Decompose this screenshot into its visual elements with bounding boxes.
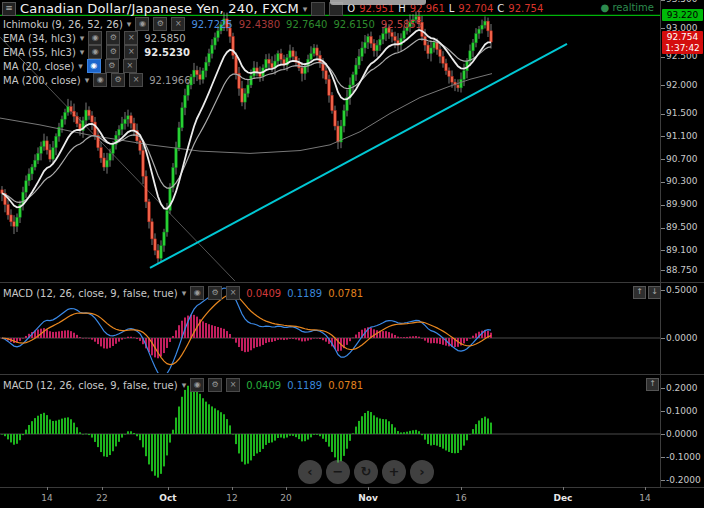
axis-tick [661, 457, 665, 458]
axis-tick [661, 411, 665, 412]
macd-label[interactable]: MACD (12, 26, close, 9, false, true) [3, 380, 178, 391]
indicator-legend: Ichimoku (9, 26, 52, 26)▾◉⚙×92.722592.43… [3, 17, 422, 87]
axis-tick [661, 388, 665, 389]
chevron-down-icon: ▾ [78, 61, 83, 71]
close-icon[interactable]: × [123, 59, 137, 73]
price-axis-label: 91.500 [666, 108, 698, 118]
zoom-in-button[interactable]: + [382, 460, 406, 484]
compare-icon[interactable] [311, 2, 325, 16]
axis-tick [661, 270, 665, 271]
macd-value: 0.1189 [287, 380, 322, 391]
time-axis-label: 14 [639, 493, 650, 503]
indicator-row-5[interactable]: MA (200, close)▾◉⚙×92.1966 [3, 73, 422, 87]
indicator-row-2[interactable]: EMA (34, hlc3)▾◉⚙×92.5850 [3, 31, 422, 45]
indicator-value: 92.7640 [286, 19, 327, 30]
chart-header: ≡ Canadian Dollar/Japanese Yen, 240, FXC… [2, 1, 543, 16]
gear-icon[interactable]: ⚙ [106, 45, 120, 59]
axis-tick [661, 290, 665, 291]
axis-tick [661, 0, 665, 1]
indicator-row-4[interactable]: MA (20, close)▾◉⚙× [3, 59, 422, 73]
axis-tick [661, 480, 665, 481]
move-pane-down-button[interactable]: ↓ [648, 286, 661, 299]
eye-icon[interactable]: ◉ [190, 378, 204, 392]
price-axis-label: 92.000 [666, 80, 698, 90]
axis-tick [661, 85, 665, 86]
indicator-label[interactable]: MA (200, close) [3, 75, 81, 86]
low-value: 92.704 [458, 3, 493, 14]
close-icon[interactable]: × [226, 286, 240, 300]
scroll-right-button[interactable]: › [410, 460, 434, 484]
macd2-header: MACD (12, 26, close, 9, false, true)▾◉⚙×… [3, 378, 363, 392]
indicator-label[interactable]: Ichimoku (9, 26, 52, 26) [3, 19, 123, 30]
axis-tick [661, 159, 665, 160]
price-axis-label: 91.100 [666, 131, 698, 141]
realtime-label: realtime [612, 2, 654, 13]
eye-icon[interactable]: ◉ [87, 59, 101, 73]
macd-label[interactable]: MACD (12, 26, close, 9, false, true) [3, 288, 178, 299]
chevron-down-icon: ▾ [127, 19, 132, 29]
reset-view-button[interactable]: ↻ [354, 460, 378, 484]
scroll-left-button[interactable]: ‹ [298, 460, 322, 484]
eye-icon[interactable]: ◉ [190, 286, 204, 300]
chevron-down-icon: ▾ [80, 33, 85, 43]
indicator-value: 92.7225 [191, 19, 232, 30]
macd-value: 0.0409 [246, 288, 281, 299]
close-icon[interactable]: × [124, 45, 138, 59]
time-axis-label: 20 [280, 493, 291, 503]
time-tick [168, 487, 169, 490]
time-tick [47, 487, 48, 490]
gear-icon[interactable]: ⚙ [153, 17, 167, 31]
gear-icon[interactable]: ⚙ [208, 378, 222, 392]
close-icon[interactable]: × [171, 17, 185, 31]
price-axis-label: 90.300 [666, 176, 698, 186]
move-pane-up-button[interactable]: ↑ [646, 378, 659, 391]
gear-icon[interactable]: ⚙ [106, 31, 120, 45]
price-axis-label: 89.500 [666, 222, 698, 232]
indicator-row-1[interactable]: Ichimoku (9, 26, 52, 26)▾◉⚙×92.722592.43… [3, 17, 422, 31]
eye-icon[interactable]: ◉ [135, 17, 149, 31]
eye-icon[interactable]: ◉ [93, 73, 107, 87]
indicator-label[interactable]: EMA (34, hlc3) [3, 33, 76, 44]
chevron-down-icon: ▾ [182, 288, 187, 298]
indicator-label[interactable]: EMA (55, hlc3) [3, 47, 76, 58]
tooltip-fragment [330, 0, 426, 5]
axis-tick [661, 434, 665, 435]
close-value: 92.754 [508, 3, 543, 14]
eye-icon[interactable]: ◉ [88, 31, 102, 45]
indicator-value: 92.6150 [333, 19, 374, 30]
time-axis-label: 22 [96, 493, 107, 503]
macd-axis-label: -0.1000 [666, 452, 701, 462]
price-axis[interactable]: 93.220 92.754 1:37:42 93.50093.00092.500… [661, 0, 704, 487]
chevron-down-icon: ▾ [85, 75, 90, 85]
macd-axis-label: 0.1000 [666, 406, 698, 416]
time-axis-label: 12 [226, 493, 237, 503]
time-axis[interactable]: 1422Oct1220Nov16Dec14 [0, 488, 704, 508]
close-icon[interactable]: × [124, 31, 138, 45]
gear-icon[interactable]: ⚙ [105, 59, 119, 73]
macd-value: 0.0409 [246, 380, 281, 391]
time-axis-label: Dec [554, 493, 573, 503]
realtime-status: ● realtime [601, 2, 654, 13]
gear-icon[interactable]: ⚙ [208, 286, 222, 300]
price-level-badge: 93.220 [662, 9, 703, 21]
close-label: C [497, 3, 504, 14]
symbol-title[interactable]: Canadian Dollar/Japanese Yen, 240, FXCM [20, 1, 299, 16]
indicator-value: 92.4380 [239, 19, 280, 30]
macd-axis-label: 0.2000 [666, 383, 698, 393]
pane-separator-1[interactable] [0, 282, 704, 283]
menu-icon[interactable]: ≡ [2, 2, 16, 16]
indicator-row-3[interactable]: EMA (55, hlc3)▾◉⚙×92.5230 [3, 45, 422, 59]
pane-separator-2[interactable] [0, 374, 704, 375]
move-pane-up-button[interactable]: ↑ [633, 286, 646, 299]
time-axis-label: 16 [455, 493, 466, 503]
eye-icon[interactable]: ◉ [88, 45, 102, 59]
zoom-out-button[interactable]: − [326, 460, 350, 484]
close-icon[interactable]: × [226, 378, 240, 392]
chart-application: ≡ Canadian Dollar/Japanese Yen, 240, FXC… [0, 0, 704, 508]
signal-line [2, 294, 491, 364]
gear-icon[interactable]: ⚙ [111, 73, 125, 87]
indicator-label[interactable]: MA (20, close) [3, 61, 74, 72]
close-icon[interactable]: × [129, 73, 143, 87]
time-tick [563, 487, 564, 490]
macd1-pane-buttons: ↑↓ [633, 286, 661, 299]
